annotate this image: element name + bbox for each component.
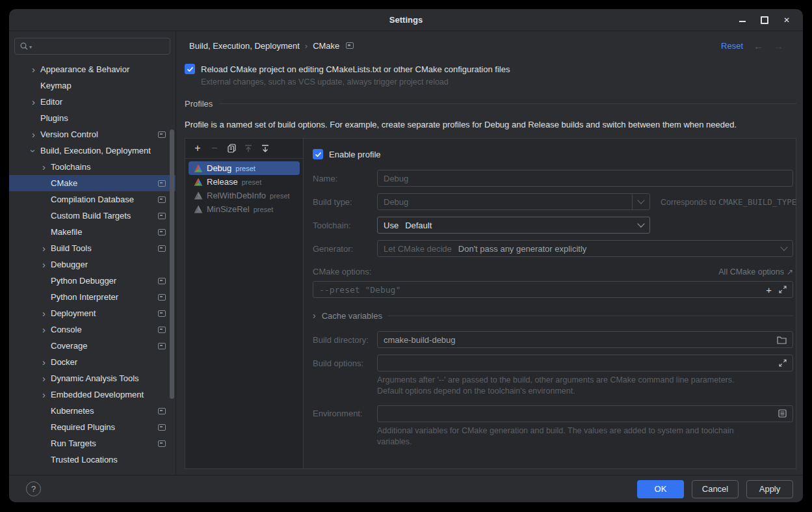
chevron-right-icon[interactable]: › bbox=[37, 324, 51, 336]
build-type-select[interactable]: Debug bbox=[377, 193, 650, 210]
sidebar-item-toolchains[interactable]: ›Toolchains bbox=[9, 159, 176, 175]
sidebar-item-python-interpreter[interactable]: Python Interpreter bbox=[9, 289, 176, 305]
name-row: Name: Debug bbox=[313, 170, 793, 187]
build-directory-field[interactable]: cmake-build-debug bbox=[377, 331, 793, 348]
search-options-caret-icon[interactable]: ▾ bbox=[29, 44, 32, 50]
expand-icon[interactable] bbox=[779, 286, 787, 293]
close-button[interactable]: ✕ bbox=[776, 9, 798, 31]
chevron-down-icon bbox=[637, 220, 644, 227]
sidebar-item-version-control[interactable]: ›Version Control bbox=[9, 126, 176, 142]
maximize-button[interactable] bbox=[753, 9, 776, 31]
help-button[interactable]: ? bbox=[26, 481, 41, 496]
generator-select[interactable]: Let CMake decide Don't pass any generato… bbox=[377, 240, 793, 257]
forward-arrow-icon[interactable]: → bbox=[774, 40, 783, 51]
sidebar-item-embedded-development[interactable]: ›Embedded Development bbox=[9, 386, 176, 403]
all-cmake-options-link[interactable]: All CMake options ↗ bbox=[718, 267, 793, 276]
expand-icon[interactable] bbox=[779, 359, 787, 367]
reload-cmake-checkbox[interactable] bbox=[185, 64, 195, 74]
enable-profile-checkbox[interactable] bbox=[313, 149, 323, 159]
cmake-options-field[interactable]: --preset "Debug" + bbox=[313, 281, 793, 298]
chevron-down-icon bbox=[637, 196, 644, 204]
add-icon[interactable]: + bbox=[189, 141, 206, 156]
chevron-down-icon[interactable]: › bbox=[28, 144, 40, 157]
chevron-right-icon[interactable]: › bbox=[37, 259, 51, 271]
search-icon bbox=[20, 42, 29, 51]
name-field[interactable]: Debug bbox=[377, 170, 793, 187]
sidebar-item-cmake[interactable]: CMake bbox=[9, 175, 176, 191]
sidebar-item-debugger[interactable]: ›Debugger bbox=[9, 256, 176, 273]
variables-list-icon[interactable] bbox=[778, 409, 787, 418]
tree-indent bbox=[37, 454, 51, 466]
sidebar-item-compilation-database[interactable]: Compilation Database bbox=[9, 191, 176, 208]
sidebar-item-console[interactable]: ›Console bbox=[9, 321, 176, 338]
profile-item-relwithdebinfo[interactable]: RelWithDebInfopreset bbox=[189, 189, 300, 202]
profile-list-toolbar: +− bbox=[185, 139, 303, 159]
chevron-right-icon[interactable]: › bbox=[27, 96, 40, 108]
tree-indent bbox=[37, 291, 51, 303]
chevron-right-icon[interactable]: › bbox=[37, 373, 51, 384]
cmake-options-label: CMake options: bbox=[313, 267, 377, 276]
sidebar-item-label: Compilation Database bbox=[51, 195, 134, 204]
toolchain-select[interactable]: Use Default bbox=[377, 217, 650, 234]
profile-name: Release bbox=[207, 177, 238, 187]
add-option-icon[interactable]: + bbox=[766, 285, 772, 295]
chevron-right-icon[interactable]: › bbox=[37, 308, 51, 319]
apply-button[interactable]: Apply bbox=[746, 480, 793, 498]
sidebar-item-appearance-behavior[interactable]: ›Appearance & Behavior bbox=[9, 61, 176, 77]
profiles-panel: +− DebugpresetReleasepresetRelWithDebInf… bbox=[185, 138, 796, 469]
cancel-button[interactable]: Cancel bbox=[692, 480, 739, 498]
sidebar-item-plugins[interactable]: Plugins bbox=[9, 110, 176, 126]
back-arrow-icon[interactable]: ← bbox=[753, 40, 763, 51]
search-input[interactable]: ▾ bbox=[14, 38, 170, 55]
sidebar-item-makefile[interactable]: Makefile bbox=[9, 224, 176, 240]
sidebar-item-run-targets[interactable]: Run Targets bbox=[9, 435, 176, 451]
chevron-right-icon[interactable]: › bbox=[27, 64, 40, 75]
settings-window-icon bbox=[158, 327, 166, 333]
sidebar-item-python-debugger[interactable]: Python Debugger bbox=[9, 273, 176, 289]
environment-field[interactable] bbox=[377, 405, 793, 422]
sidebar-item-required-plugins[interactable]: Required Plugins bbox=[9, 419, 176, 435]
profile-item-release[interactable]: Releasepreset bbox=[189, 175, 300, 189]
chevron-right-icon: › bbox=[313, 310, 316, 321]
chevron-right-icon[interactable]: › bbox=[37, 161, 51, 173]
chevron-right-icon[interactable]: › bbox=[37, 389, 51, 401]
titlebar[interactable]: Settings ✕ bbox=[9, 9, 803, 31]
settings-window-icon bbox=[158, 424, 166, 431]
sidebar-item-custom-build-targets[interactable]: Custom Build Targets bbox=[9, 208, 176, 224]
sidebar-item-dynamic-analysis-tools[interactable]: ›Dynamic Analysis Tools bbox=[9, 370, 176, 386]
move-down-icon[interactable] bbox=[257, 141, 274, 156]
profile-item-minsizerel[interactable]: MinSizeRelpreset bbox=[189, 202, 300, 216]
sidebar-item-docker[interactable]: ›Docker bbox=[9, 354, 176, 370]
minimize-button[interactable] bbox=[731, 9, 753, 31]
build-directory-value: cmake-build-debug bbox=[384, 335, 456, 345]
sidebar-item-kubernetes[interactable]: Kubernetes bbox=[9, 403, 176, 419]
breadcrumb-parent[interactable]: Build, Execution, Deployment bbox=[189, 41, 300, 51]
sidebar-item-label: Toolchains bbox=[51, 162, 90, 172]
chevron-right-icon[interactable]: › bbox=[37, 357, 51, 368]
settings-window-icon-dash bbox=[160, 426, 163, 428]
sidebar-item-trusted-locations[interactable]: Trusted Locations bbox=[9, 451, 176, 468]
profiles-section-title: Profiles bbox=[185, 99, 213, 109]
cmake-icon bbox=[194, 205, 203, 213]
chevron-right-icon[interactable]: › bbox=[37, 243, 51, 254]
sidebar-item-build-execution-deployment[interactable]: ›Build, Execution, Deployment bbox=[9, 142, 176, 159]
profile-preset-badge: preset bbox=[254, 206, 274, 213]
folder-icon[interactable] bbox=[777, 336, 787, 344]
chevron-right-icon[interactable]: › bbox=[27, 129, 40, 141]
reset-link[interactable]: Reset bbox=[721, 41, 743, 51]
cache-variables-section[interactable]: › Cache variables bbox=[313, 310, 793, 321]
sidebar-item-label: Python Interpreter bbox=[51, 292, 118, 302]
sidebar-item-label: Python Debugger bbox=[51, 276, 116, 286]
reload-cmake-hint: External changes, such as VCS update, al… bbox=[201, 77, 803, 87]
sidebar-item-build-tools[interactable]: ›Build Tools bbox=[9, 240, 176, 256]
build-options-field[interactable] bbox=[377, 355, 793, 371]
sidebar-scrollbar[interactable] bbox=[170, 129, 174, 399]
profile-name: Debug bbox=[207, 163, 231, 173]
sidebar-item-keymap[interactable]: Keymap bbox=[9, 77, 176, 94]
duplicate-icon[interactable] bbox=[223, 141, 240, 156]
sidebar-item-coverage[interactable]: Coverage bbox=[9, 338, 176, 354]
sidebar-item-editor[interactable]: ›Editor bbox=[9, 94, 176, 110]
ok-button[interactable]: OK bbox=[637, 480, 684, 498]
sidebar-item-deployment[interactable]: ›Deployment bbox=[9, 305, 176, 321]
profile-item-debug[interactable]: Debugpreset bbox=[189, 161, 300, 175]
